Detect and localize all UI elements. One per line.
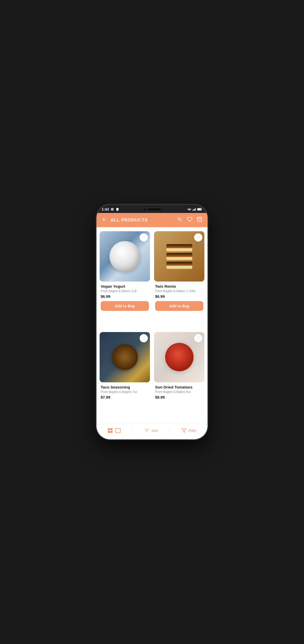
battery-icon [197, 208, 202, 211]
bag-button[interactable] [197, 217, 202, 224]
product-name-sun-dried-tomatoes: Sun Dried Tomatoes [155, 385, 203, 389]
product-card-vegan-yogurt: ♡ Vegan Yogurt From bagels & Bakes 1LB $… [100, 231, 150, 328]
product-name-taco-seasoning: Taco Seasoning [101, 385, 149, 389]
product-image-taco-seasoning: ♡ [100, 332, 150, 382]
heart-icon: ♡ [142, 336, 146, 340]
product-info-twix-remix: Twix Remix From Bagels & Bakes 2 Units $… [154, 282, 204, 312]
svg-rect-2 [194, 209, 195, 211]
divider-1 [132, 427, 133, 434]
svg-rect-3 [195, 208, 196, 211]
favorite-button-taco-seasoning[interactable]: ♡ [140, 334, 148, 342]
favorite-button-twix-remix[interactable]: ♡ [194, 233, 202, 242]
twix-bar-3 [166, 262, 192, 269]
heart-icon: ♡ [196, 235, 200, 240]
filter-label: Filter [189, 428, 197, 433]
back-button[interactable] [102, 217, 107, 223]
top-nav: ALL PRODUCTS [97, 213, 207, 227]
filter-section[interactable]: Filter [181, 428, 197, 433]
grid-view-button[interactable] [107, 428, 113, 433]
status-time: 1:43 [102, 207, 109, 211]
wishlist-button[interactable] [187, 217, 193, 224]
product-image-sun-dried-tomatoes: ♡ [154, 332, 204, 382]
product-desc-twix-remix: From Bagels & Bakes 2 Units [155, 289, 203, 293]
nav-left: ALL PRODUCTS [102, 217, 148, 223]
product-image-vegan-yogurt: ♡ [100, 231, 150, 282]
camera-area [143, 208, 161, 211]
shield-icon [116, 208, 119, 211]
twix-bar-1 [166, 244, 192, 251]
product-name-twix-remix: Twix Remix [155, 284, 203, 288]
product-image-twix-remix: ♡ [154, 231, 204, 282]
product-info-taco-seasoning: Taco Seasoning From Bagels & Bagels 7oz … [100, 382, 150, 403]
svg-rect-1 [194, 209, 194, 211]
speaker-bar [148, 209, 161, 210]
filter-icon [181, 428, 187, 433]
settings-icon [110, 208, 114, 211]
favorite-button-sun-dried-tomatoes[interactable]: ♡ [194, 334, 202, 342]
page-title: ALL PRODUCTS [110, 218, 148, 223]
svg-rect-8 [108, 428, 110, 430]
screen: 1:43 [97, 205, 207, 439]
product-desc-sun-dried-tomatoes: From Bagels & Bakes 8oz [155, 390, 203, 394]
product-price-vegan-yogurt: $6.99 [101, 294, 149, 299]
sort-icon [144, 428, 149, 433]
svg-rect-12 [116, 428, 120, 433]
product-info-vegan-yogurt: Vegan Yogurt From bagels & Bakes 1LB $6.… [100, 282, 150, 312]
twix-bar-2 [166, 253, 192, 260]
divider-2 [170, 427, 170, 434]
svg-rect-9 [110, 428, 113, 430]
favorite-button-vegan-yogurt[interactable]: ♡ [140, 233, 148, 242]
status-icons [187, 208, 202, 211]
phone-frame: 1:43 [97, 205, 207, 439]
search-button[interactable] [177, 217, 183, 224]
svg-rect-11 [110, 431, 113, 433]
product-price-twix-remix: $6.99 [155, 294, 203, 299]
status-left: 1:43 [102, 207, 119, 211]
product-card-taco-seasoning: ♡ Taco Seasoning From Bagels & Bagels 7o… [100, 332, 150, 419]
product-grid: ♡ Vegan Yogurt From bagels & Bakes 1LB $… [97, 227, 207, 439]
list-view-button[interactable] [115, 428, 121, 433]
product-card-twix-remix: ♡ Twix Remix From Bagels & Bakes 2 Units… [154, 231, 204, 328]
product-card-sun-dried-tomatoes: ♡ Sun Dried Tomatoes From Bagels & Bakes… [154, 332, 204, 419]
add-to-bag-button-twix-remix[interactable]: Add to Bag [155, 301, 203, 311]
svg-rect-0 [193, 210, 193, 211]
wifi-icon [187, 208, 191, 211]
sort-label: Sort [151, 428, 158, 433]
heart-icon: ♡ [196, 336, 200, 340]
product-price-taco-seasoning: $7.99 [101, 395, 149, 399]
bottom-bar: Sort Filter [97, 424, 207, 439]
heart-icon: ♡ [142, 235, 146, 240]
svg-rect-6 [197, 209, 201, 210]
product-desc-vegan-yogurt: From bagels & Bakes 1LB [101, 289, 149, 293]
view-toggle-section [107, 428, 121, 433]
svg-rect-5 [202, 209, 202, 210]
product-name-vegan-yogurt: Vegan Yogurt [101, 284, 149, 288]
svg-rect-10 [108, 431, 110, 433]
add-to-bag-button-vegan-yogurt[interactable]: Add to Bag [101, 301, 149, 311]
product-info-sun-dried-tomatoes: Sun Dried Tomatoes From Bagels & Bakes 8… [154, 382, 204, 403]
product-price-sun-dried-tomatoes: $8.99 [155, 395, 203, 399]
signal-icon [193, 208, 196, 211]
camera-dot [143, 208, 146, 211]
nav-actions [177, 217, 202, 224]
svg-marker-16 [182, 429, 186, 433]
sort-section[interactable]: Sort [144, 428, 158, 433]
product-desc-taco-seasoning: From Bagels & Bagels 7oz [101, 390, 149, 394]
